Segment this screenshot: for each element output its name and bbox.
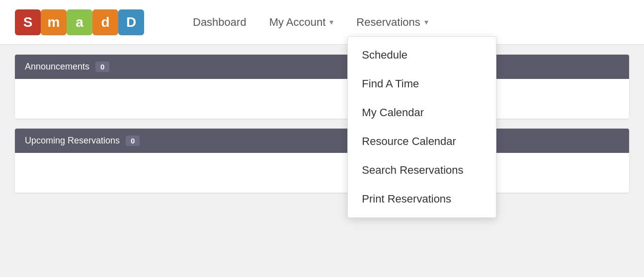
logo-d: d <box>92 9 118 35</box>
nav-reservations[interactable]: Reservations ▾ <box>347 11 437 34</box>
dashboard-label: Dashboard <box>193 16 246 29</box>
dropdown-item-search-reservations[interactable]: Search Reservations <box>348 156 496 185</box>
dropdown-item-print-reservations[interactable]: Print Reservations <box>348 185 496 213</box>
reservations-dropdown: Schedule Find A Time My Calendar Resourc… <box>347 36 496 218</box>
main-content: Announcements 0 Upcoming Reservations 0 … <box>0 45 644 277</box>
dropdown-item-schedule[interactable]: Schedule <box>348 41 496 69</box>
announcements-title: Announcements <box>25 62 89 72</box>
header: S m a d D Dashboard My Account ▾ Reserva… <box>0 0 644 45</box>
reservations-caret-icon: ▾ <box>424 17 428 27</box>
nav-reservations-wrapper: Reservations ▾ Schedule Find A Time My C… <box>347 11 437 34</box>
nav-dashboard[interactable]: Dashboard <box>184 11 255 34</box>
logo-a: a <box>67 9 92 35</box>
logo-m: m <box>41 9 67 35</box>
my-account-caret-icon: ▾ <box>329 17 333 27</box>
announcements-badge: 0 <box>95 62 109 72</box>
main-nav: Dashboard My Account ▾ Reservations ▾ Sc… <box>184 11 437 34</box>
my-account-label: My Account <box>269 16 326 29</box>
logo-b: D <box>118 9 144 35</box>
upcoming-reservations-badge: 0 <box>126 136 140 146</box>
logo-s: S <box>15 9 41 35</box>
dropdown-item-my-calendar[interactable]: My Calendar <box>348 98 496 127</box>
reservations-label: Reservations <box>356 16 420 29</box>
dropdown-item-find-a-time[interactable]: Find A Time <box>348 69 496 98</box>
logo[interactable]: S m a d D <box>15 9 144 35</box>
dropdown-item-resource-calendar[interactable]: Resource Calendar <box>348 127 496 156</box>
upcoming-reservations-title: Upcoming Reservations <box>25 136 120 146</box>
nav-my-account[interactable]: My Account ▾ <box>260 11 343 34</box>
